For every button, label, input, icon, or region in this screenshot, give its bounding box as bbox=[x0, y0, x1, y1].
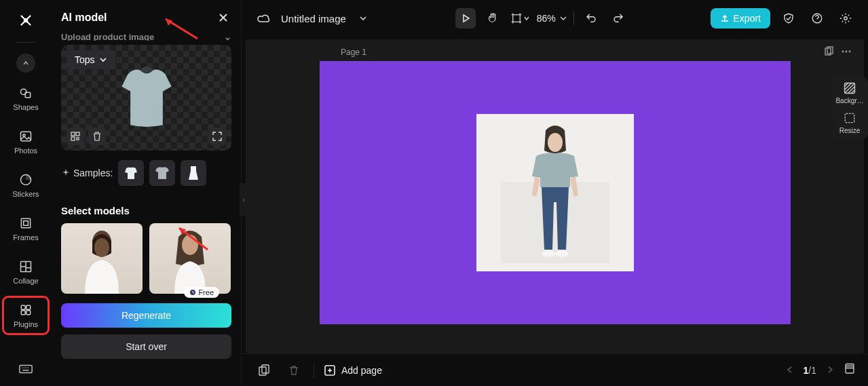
svg-rect-14 bbox=[71, 132, 75, 136]
svg-rect-16 bbox=[71, 137, 75, 140]
zoom-value: 86% bbox=[537, 13, 556, 24]
svg-point-0 bbox=[24, 18, 29, 23]
rail-item-plugins[interactable]: Plugins bbox=[4, 298, 48, 333]
left-rail: Shapes Photos Stickers Frames Collage Pl… bbox=[0, 0, 52, 386]
rail-item-frames[interactable]: Frames bbox=[4, 211, 48, 246]
svg-point-20 bbox=[182, 235, 198, 255]
close-icon[interactable] bbox=[215, 9, 231, 26]
rail-collapse-button[interactable] bbox=[16, 54, 35, 73]
background-icon bbox=[843, 81, 856, 95]
resize-icon bbox=[843, 111, 856, 125]
redo-icon[interactable] bbox=[608, 8, 628, 28]
shield-icon[interactable] bbox=[778, 8, 799, 28]
add-page-icon bbox=[324, 364, 336, 377]
model-thumb-2[interactable] bbox=[149, 223, 231, 294]
prev-page-icon[interactable] bbox=[786, 365, 794, 376]
export-button[interactable]: Export bbox=[711, 8, 770, 28]
rail-item-stickers[interactable]: Stickers bbox=[4, 168, 48, 203]
rail-item-label: Collage bbox=[13, 277, 38, 285]
free-badge: Free bbox=[184, 287, 219, 298]
undo-icon[interactable] bbox=[581, 8, 601, 28]
chevron-down-icon[interactable] bbox=[353, 8, 373, 28]
shapes-icon bbox=[18, 85, 33, 100]
document-title[interactable]: Untitled image bbox=[281, 13, 346, 24]
hand-icon[interactable] bbox=[483, 8, 503, 28]
category-dropdown[interactable]: Tops bbox=[67, 50, 115, 69]
svg-rect-37 bbox=[259, 367, 266, 375]
rail-item-shapes[interactable]: Shapes bbox=[4, 81, 48, 116]
svg-rect-38 bbox=[262, 365, 269, 373]
zoom-control[interactable]: 86% bbox=[537, 13, 567, 24]
product-image-box: Tops bbox=[61, 45, 231, 151]
svg-rect-6 bbox=[21, 218, 30, 227]
settings-icon[interactable] bbox=[835, 8, 856, 28]
svg-point-19 bbox=[94, 238, 109, 257]
svg-rect-15 bbox=[76, 132, 79, 136]
chevron-down-icon[interactable]: ⌄ bbox=[224, 33, 231, 41]
regenerate-button[interactable]: Regenerate bbox=[61, 303, 231, 328]
chevron-down-icon bbox=[99, 56, 107, 64]
pager: 1/1 bbox=[786, 363, 856, 377]
upload-label: Upload product image bbox=[61, 33, 154, 41]
artboard-icon[interactable] bbox=[510, 8, 530, 28]
sample-thumb-2[interactable] bbox=[149, 160, 175, 186]
artboard[interactable] bbox=[320, 61, 791, 324]
svg-rect-17 bbox=[77, 138, 79, 140]
svg-rect-40 bbox=[846, 366, 854, 374]
qr-icon[interactable] bbox=[67, 128, 84, 145]
svg-rect-36 bbox=[845, 113, 854, 122]
photos-icon bbox=[18, 129, 33, 144]
svg-point-32 bbox=[548, 133, 563, 152]
svg-rect-7 bbox=[24, 221, 29, 226]
resize-tool[interactable]: Resize bbox=[839, 111, 861, 134]
svg-point-33 bbox=[542, 250, 555, 257]
topbar: Untitled image 86% Export bbox=[242, 0, 868, 37]
svg-point-27 bbox=[842, 51, 844, 53]
rail-item-collage[interactable]: Collage bbox=[4, 254, 48, 290]
copy-page-icon[interactable] bbox=[823, 46, 834, 60]
sample-thumb-1[interactable] bbox=[118, 160, 144, 186]
chevron-down-icon bbox=[560, 15, 567, 22]
svg-rect-11 bbox=[21, 311, 25, 315]
bottom-bar: Add page 1/1 bbox=[242, 353, 868, 386]
play-icon[interactable] bbox=[455, 8, 476, 28]
next-page-icon[interactable] bbox=[826, 365, 834, 376]
panel-title: AI model bbox=[61, 12, 107, 24]
app-logo[interactable] bbox=[15, 9, 37, 31]
svg-rect-22 bbox=[512, 15, 520, 22]
more-icon[interactable] bbox=[841, 46, 852, 60]
model-thumb-1[interactable] bbox=[61, 223, 143, 294]
duplicate-icon[interactable] bbox=[254, 360, 274, 381]
rail-item-label: Shapes bbox=[13, 103, 38, 111]
expand-icon[interactable] bbox=[208, 128, 226, 145]
upload-icon bbox=[720, 14, 730, 23]
svg-rect-3 bbox=[21, 132, 31, 140]
right-tools: Backgr… Resize bbox=[831, 76, 868, 140]
canvas[interactable]: Page 1 bbox=[246, 39, 864, 353]
trash-icon[interactable] bbox=[88, 128, 106, 145]
page-indicator: 1/1 bbox=[804, 365, 816, 376]
keyboard-icon[interactable] bbox=[0, 362, 52, 377]
help-icon[interactable] bbox=[807, 8, 827, 28]
rail-item-label: Plugins bbox=[14, 320, 38, 328]
background-tool[interactable]: Backgr… bbox=[835, 81, 863, 104]
cloud-icon[interactable] bbox=[254, 8, 274, 28]
svg-point-24 bbox=[844, 17, 848, 20]
sparkle-icon bbox=[61, 168, 71, 178]
svg-rect-10 bbox=[26, 305, 31, 309]
trash-icon[interactable] bbox=[284, 360, 304, 381]
select-models-label: Select models bbox=[61, 205, 231, 216]
add-page-button[interactable]: Add page bbox=[324, 364, 382, 377]
rail-item-photos[interactable]: Photos bbox=[4, 124, 48, 159]
generated-image[interactable] bbox=[476, 114, 634, 271]
svg-point-34 bbox=[555, 250, 569, 257]
category-label: Tops bbox=[75, 54, 95, 65]
svg-rect-13 bbox=[20, 366, 32, 373]
clock-icon bbox=[189, 289, 196, 296]
start-over-button[interactable]: Start over bbox=[61, 334, 231, 359]
frames-icon bbox=[18, 216, 33, 231]
page-label: Page 1 bbox=[341, 47, 366, 57]
stickers-icon bbox=[18, 172, 33, 187]
sample-thumb-3[interactable] bbox=[181, 160, 206, 186]
layers-icon[interactable] bbox=[844, 363, 856, 377]
